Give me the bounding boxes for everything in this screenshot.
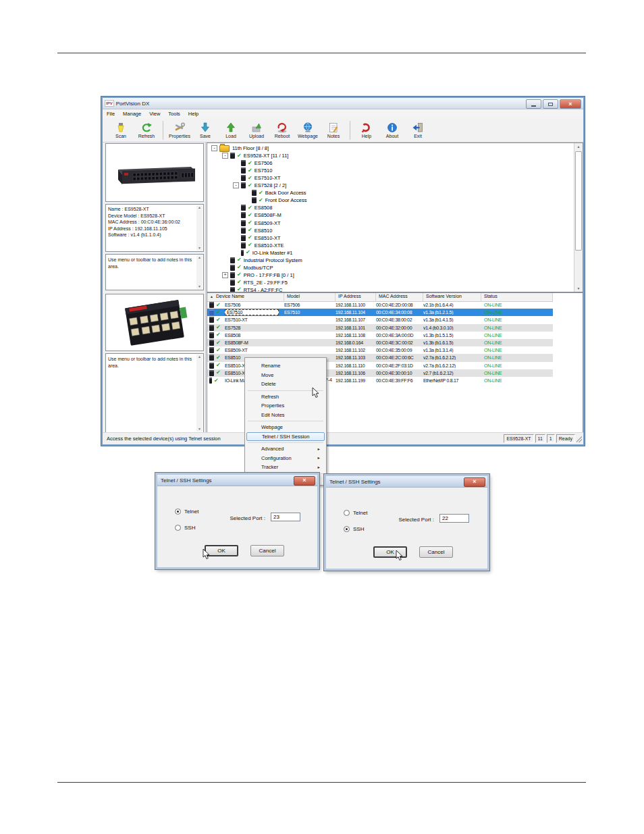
tree-item[interactable]: ✔ES8510-XTE — [233, 242, 284, 249]
tree-item[interactable]: ✔ES8509-XT — [233, 219, 280, 227]
radio-option-telnet[interactable]: Telnet — [175, 509, 198, 515]
column-header-software-version[interactable]: Software Version — [423, 293, 481, 301]
tree-item[interactable]: +✔PRO - 17:FF:FB [0 / 1] — [222, 271, 294, 279]
cancel-button[interactable]: Cancel — [250, 545, 284, 556]
ok-button[interactable]: OK — [205, 545, 238, 556]
column-header-status[interactable]: Status — [481, 293, 553, 301]
cancel-button[interactable]: Cancel — [419, 546, 453, 558]
column-header-mac-address[interactable]: MAC Address — [376, 293, 423, 301]
tree-item[interactable]: -11th Floor [8 / 8] — [211, 145, 269, 152]
tree-item[interactable]: -✔ES9528-XT [11 / 11] — [222, 152, 288, 159]
toolbar-button-reboot[interactable]: Reboot — [269, 120, 295, 141]
window-titlebar[interactable]: IPV PortVision DX × — [103, 98, 583, 109]
panel-divider[interactable] — [205, 142, 206, 433]
toolbar-button-load[interactable]: Load — [218, 120, 244, 141]
expand-icon[interactable]: + — [222, 272, 228, 278]
scroll-down-icon[interactable]: ▼ — [198, 284, 201, 289]
resize-grip[interactable] — [576, 435, 582, 442]
toolbar-button-scan[interactable]: Scan — [108, 120, 134, 141]
dialog-titlebar[interactable]: Telnet / SSH Settings× — [157, 475, 317, 486]
notes-scrollbar[interactable]: ▲ ▼ — [196, 255, 203, 289]
scroll-up-icon[interactable]: ▲ — [198, 355, 201, 359]
table-row[interactable]: ✔ES7528192.168.11.10100:C0:4E:32:00:00v1… — [207, 324, 553, 332]
context-menu-item-webpage[interactable]: Webpage — [246, 423, 325, 432]
menu-item-file[interactable]: File — [103, 111, 119, 117]
collapse-icon[interactable]: - — [211, 145, 217, 151]
radio-option-telnet[interactable]: Telnet — [344, 510, 367, 516]
radio-selected-icon[interactable] — [175, 509, 181, 515]
minimize-button[interactable] — [526, 99, 541, 109]
selected-name-box[interactable]: ES7510 — [225, 309, 279, 315]
scroll-up-icon[interactable]: ▲ — [198, 205, 201, 210]
tree-item[interactable]: ✔RTS4 - A2:FF:FC — [222, 286, 283, 292]
toolbar-button-webpage[interactable]: Webpage — [295, 120, 321, 141]
tree-item[interactable]: ✔RTS_2E - 29:FF:F5 — [222, 279, 288, 286]
radio-unselected-icon[interactable] — [344, 510, 350, 516]
toolbar-button-exit[interactable]: Exit — [405, 120, 431, 141]
tree-item[interactable]: ✔ES7506 — [233, 159, 272, 167]
context-menu-item-telnet-ssh-session[interactable]: Telnet / SSH Session — [246, 432, 325, 442]
notes-panel-bottom[interactable]: Use menu or toolbar to add notes in this… — [105, 353, 204, 433]
tree-item[interactable]: ✔ES7510-XT — [233, 174, 280, 182]
ok-button[interactable]: OK — [373, 546, 407, 558]
maximize-button[interactable] — [543, 99, 558, 109]
toolbar-button-properties[interactable]: Properties — [167, 120, 192, 141]
context-menu-item-rename[interactable]: Rename — [246, 361, 325, 371]
context-menu-item-edit-notes[interactable]: Edit Notes — [246, 411, 325, 420]
tree-item[interactable]: ✔ES8508 — [233, 204, 272, 211]
toolbar-button-notes[interactable]: Notes — [321, 120, 346, 141]
tree-item[interactable]: ✔ES8510 — [233, 227, 272, 234]
table-row[interactable]: ✔ES8508192.168.11.10800:C0:4E:3A:00:0Dv1… — [207, 332, 553, 339]
radio-selected-icon[interactable] — [344, 526, 350, 532]
collapse-icon[interactable]: - — [233, 182, 239, 188]
table-row[interactable]: ✔ES7510-XT192.168.11.10700:C0:4E:38:00:0… — [207, 316, 553, 323]
context-menu-item-advanced[interactable]: Advanced► — [246, 444, 325, 454]
table-row[interactable]: ✔ES8509-XT192.168.11.10200:C0:4E:35:00:0… — [207, 346, 553, 354]
column-header-model[interactable]: Model — [284, 293, 336, 301]
menu-item-view[interactable]: View — [145, 111, 164, 117]
scroll-up-icon[interactable]: ▲ — [198, 255, 201, 260]
notes-panel-top[interactable]: Use menu or toolbar to add notes in this… — [105, 254, 204, 290]
toolbar-button-save[interactable]: Save — [192, 120, 218, 141]
tree-item[interactable]: ✔Back Door Access — [244, 189, 306, 197]
port-input[interactable]: 22 — [439, 514, 469, 523]
table-row[interactable]: ✔ES7506ES7506192.168.11.10000:C0:4E:2D:0… — [207, 301, 553, 309]
scroll-up-icon[interactable]: ▲ — [574, 143, 583, 150]
table-row[interactable]: ✔ES8508F-M192.168.0.16400:C0:4E:3C:00:02… — [207, 339, 553, 346]
port-input[interactable]: 23 — [271, 513, 300, 521]
tree-item[interactable]: ✔ES8510-XT — [233, 234, 280, 242]
menu-item-manage[interactable]: Manage — [119, 111, 145, 117]
tree-item[interactable]: ✔ES7510 — [233, 167, 272, 174]
dialog-close-button[interactable]: × — [294, 476, 315, 486]
toolbar-button-upload[interactable]: Upload — [244, 120, 269, 141]
scroll-down-icon[interactable]: ▼ — [198, 427, 201, 432]
radio-option-ssh[interactable]: SSH — [175, 525, 195, 531]
toolbar-button-refresh[interactable]: Refresh — [134, 120, 159, 141]
table-row[interactable]: ✔ES7510ES7510192.168.11.10400:C0:4E:34:0… — [207, 309, 553, 316]
tree-scrollbar[interactable]: ▲ ▼ — [574, 143, 583, 292]
close-button[interactable]: × — [560, 99, 581, 109]
scroll-down-icon[interactable]: ▼ — [198, 246, 201, 251]
collapse-icon[interactable]: - — [222, 153, 228, 159]
context-menu-item-refresh[interactable]: Refresh — [246, 392, 325, 402]
context-menu-item-configuration[interactable]: Configuration► — [246, 454, 325, 463]
context-menu-item-move[interactable]: Move — [246, 371, 325, 380]
tree-item[interactable]: ✔IO-Link Master #1 — [233, 249, 292, 257]
scrollbar-thumb[interactable] — [575, 151, 582, 251]
menu-item-help[interactable]: Help — [184, 111, 203, 117]
column-header-ip-address[interactable]: IP Address — [336, 293, 376, 301]
context-menu-item-delete[interactable]: Delete — [246, 380, 325, 389]
radio-option-ssh[interactable]: SSH — [344, 526, 364, 532]
scroll-down-icon[interactable]: ▼ — [574, 285, 583, 292]
tree-item[interactable]: ✔Modbus/TCP — [222, 264, 273, 271]
dialog-close-button[interactable]: × — [464, 477, 485, 487]
radio-unselected-icon[interactable] — [175, 525, 181, 531]
tree-item[interactable]: ✔ES8508F-M — [233, 211, 281, 219]
dialog-titlebar[interactable]: Telnet / SSH Settings× — [326, 476, 487, 488]
tree-item[interactable]: ✔Industrial Protocol System — [222, 257, 302, 264]
column-header-device-name[interactable]: ▲Device Name — [207, 293, 284, 301]
toolbar-button-about[interactable]: About — [379, 120, 405, 141]
notes-scrollbar[interactable]: ▲ ▼ — [196, 355, 203, 432]
info-scrollbar[interactable]: ▲ ▼ — [196, 205, 203, 251]
menu-item-tools[interactable]: Tools — [164, 111, 184, 117]
